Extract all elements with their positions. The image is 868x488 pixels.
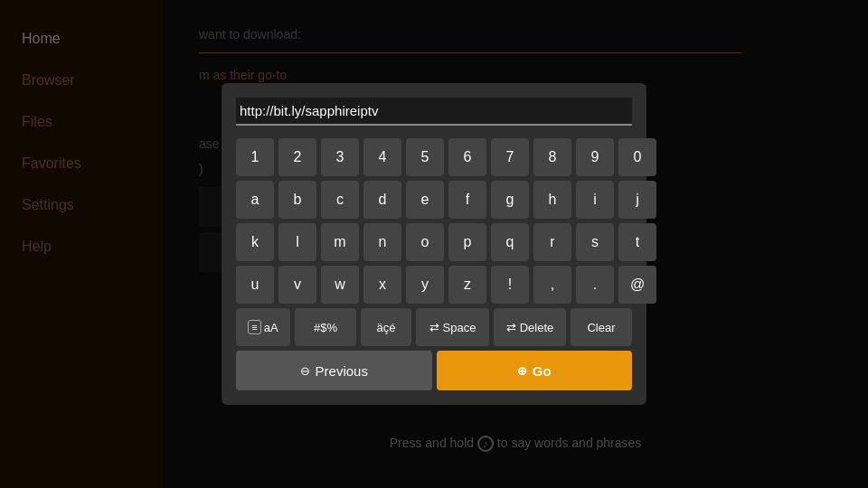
key-0[interactable]: 0 (618, 138, 656, 176)
key-exclaim[interactable]: ! (491, 266, 529, 304)
key-l[interactable]: l (278, 223, 316, 261)
key-aa-toggle[interactable]: ≡ aA (236, 308, 290, 346)
previous-icon: ⊖ (300, 364, 310, 378)
key-u[interactable]: u (236, 266, 274, 304)
key-v[interactable]: v (278, 266, 316, 304)
key-f[interactable]: f (448, 181, 486, 219)
key-delete[interactable]: ⇄ Delete (494, 308, 566, 346)
key-k[interactable]: k (236, 223, 274, 261)
key-h[interactable]: h (533, 181, 571, 219)
key-i[interactable]: i (576, 181, 614, 219)
key-j[interactable]: j (618, 181, 656, 219)
key-p[interactable]: p (448, 223, 486, 261)
key-4[interactable]: 4 (363, 138, 401, 176)
key-row-u-at: u v w x y z ! , . @ (236, 266, 632, 304)
key-z[interactable]: z (448, 266, 486, 304)
key-row-a-j: a b c d e f g h i j (236, 181, 632, 219)
key-q[interactable]: q (491, 223, 529, 261)
key-accented[interactable]: äçé (361, 308, 411, 346)
key-3[interactable]: 3 (321, 138, 359, 176)
key-d[interactable]: d (363, 181, 401, 219)
key-g[interactable]: g (491, 181, 529, 219)
key-6[interactable]: 6 (448, 138, 486, 176)
key-n[interactable]: n (363, 223, 401, 261)
key-1[interactable]: 1 (236, 138, 274, 176)
key-o[interactable]: o (406, 223, 444, 261)
key-comma[interactable]: , (533, 266, 571, 304)
go-button[interactable]: ⊕ Go (437, 351, 633, 390)
key-e[interactable]: e (406, 181, 444, 219)
keyboard-overlay: 1 2 3 4 5 6 7 8 9 0 a b c d e f g h i j … (0, 0, 868, 488)
special-key-row: ≡ aA #$% äçé ⇄ Space ⇄ Delete Clear (236, 308, 632, 346)
key-2[interactable]: 2 (278, 138, 316, 176)
key-row-k-t: k l m n o p q r s t (236, 223, 632, 261)
key-space[interactable]: ⇄ Space (416, 308, 489, 346)
key-y[interactable]: y (406, 266, 444, 304)
key-a[interactable]: a (236, 181, 274, 219)
nav-row: ⊖ Previous ⊕ Go (236, 351, 632, 390)
key-c[interactable]: c (321, 181, 359, 219)
key-7[interactable]: 7 (491, 138, 529, 176)
key-9[interactable]: 9 (576, 138, 614, 176)
key-m[interactable]: m (321, 223, 359, 261)
key-t[interactable]: t (618, 223, 656, 261)
key-s[interactable]: s (576, 223, 614, 261)
key-b[interactable]: b (278, 181, 316, 219)
key-w[interactable]: w (321, 266, 359, 304)
key-5[interactable]: 5 (406, 138, 444, 176)
key-x[interactable]: x (363, 266, 401, 304)
keyboard-dialog: 1 2 3 4 5 6 7 8 9 0 a b c d e f g h i j … (222, 83, 646, 405)
key-row-numbers: 1 2 3 4 5 6 7 8 9 0 (236, 138, 632, 176)
previous-button[interactable]: ⊖ Previous (236, 351, 432, 390)
key-symbols[interactable]: #$% (295, 308, 356, 346)
key-clear[interactable]: Clear (571, 308, 632, 346)
go-icon: ⊕ (517, 364, 527, 378)
key-r[interactable]: r (533, 223, 571, 261)
url-input[interactable] (236, 98, 632, 126)
key-period[interactable]: . (576, 266, 614, 304)
key-at[interactable]: @ (618, 266, 656, 304)
key-8[interactable]: 8 (533, 138, 571, 176)
